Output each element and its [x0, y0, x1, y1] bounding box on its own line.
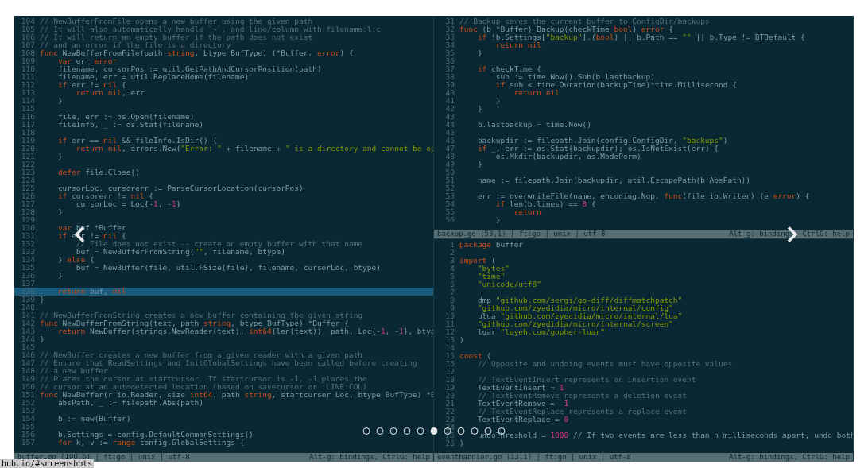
carousel-dot-6[interactable]: [444, 427, 451, 435]
url-hint: hub.io/#screenshots: [0, 459, 94, 468]
carousel-prev-icon[interactable]: [68, 222, 91, 246]
status-rt-text: backup.go (53,1) | ft:go | unix | utf-8: [437, 230, 605, 238]
carousel-dot-3[interactable]: [404, 427, 411, 435]
carousel-dot-9[interactable]: [485, 427, 492, 435]
carousel-dot-5[interactable]: [431, 427, 438, 435]
editor-split-view: 104// NewBufferFromFile opens a new buff…: [14, 16, 854, 462]
carousel-dots: [363, 427, 506, 435]
carousel-dot-4[interactable]: [417, 427, 424, 435]
status-rb-help: Alt-g: bindings, CtrlG: help: [729, 453, 850, 462]
carousel-dot-7[interactable]: [458, 427, 465, 435]
carousel-dot-2[interactable]: [390, 427, 397, 435]
right-top-pane[interactable]: 31// Backup saves the current buffer to …: [434, 16, 853, 239]
carousel-dot-8[interactable]: [471, 427, 479, 435]
carousel-dot-0[interactable]: [363, 427, 370, 435]
carousel-dot-1[interactable]: [377, 427, 384, 435]
carousel-dot-10[interactable]: [498, 427, 506, 435]
status-rb-text: eventhandler.go (13,1) | ft:go | unix | …: [437, 453, 631, 462]
status-help-text: Alt-g: bindings, CtrlG: help: [309, 453, 430, 462]
statusbar-right-bot: eventhandler.go (13,1) | ft:go | unix | …: [434, 453, 853, 462]
carousel-next-icon[interactable]: [781, 222, 804, 246]
